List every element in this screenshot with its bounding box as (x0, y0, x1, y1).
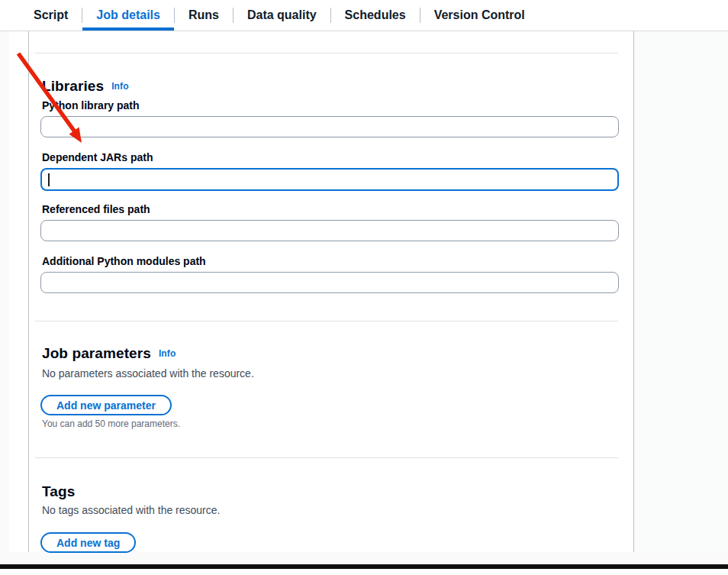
tab-schedules[interactable]: Schedules (331, 0, 420, 31)
page-bottom-strip (0, 552, 728, 564)
libraries-info-link[interactable]: Info (111, 81, 128, 92)
section-divider (35, 321, 618, 321)
referenced-files-path-label: Referenced files path (42, 203, 150, 215)
tags-title: Tags (42, 483, 75, 499)
job-parameters-title: Job parameters (42, 345, 151, 361)
referenced-files-path-input[interactable] (40, 220, 619, 241)
section-divider (35, 457, 618, 458)
tab-version-control[interactable]: Version Control (420, 0, 539, 31)
add-new-tag-button[interactable]: Add new tag (40, 532, 136, 553)
window-bottom-edge (0, 564, 728, 569)
dependent-jars-path-label: Dependent JARs path (42, 151, 153, 163)
tab-script[interactable]: Script (20, 0, 82, 31)
job-parameters-info-link[interactable]: Info (159, 348, 176, 359)
dependent-jars-path-input[interactable] (40, 168, 619, 191)
add-new-parameter-button[interactable]: Add new parameter (40, 395, 172, 415)
text-cursor (48, 173, 50, 186)
tab-runs[interactable]: Runs (175, 0, 233, 31)
scroll-gutter[interactable] (634, 31, 728, 552)
panel-border-right (633, 31, 634, 552)
libraries-title: Libraries (42, 78, 104, 94)
job-parameters-hint: You can add 50 more parameters. (42, 418, 180, 429)
page-gutter-left (0, 31, 9, 552)
job-parameters-empty-text: No parameters associated with the resour… (42, 367, 254, 380)
tab-data-quality[interactable]: Data quality (234, 0, 330, 31)
additional-python-modules-path-input[interactable] (40, 272, 619, 293)
tags-empty-text: No tags associated with the resource. (42, 504, 220, 516)
job-parameters-heading: Job parametersInfo (42, 345, 176, 362)
tab-bar: Script Job details Runs Data quality Sch… (0, 0, 728, 31)
panel-border-left (28, 31, 29, 552)
tags-heading: Tags (42, 483, 75, 500)
python-library-path-input[interactable] (40, 116, 619, 137)
tab-job-details[interactable]: Job details (82, 0, 174, 31)
additional-python-modules-path-label: Additional Python modules path (42, 255, 206, 267)
libraries-heading: LibrariesInfo (42, 78, 129, 95)
section-divider (35, 53, 618, 53)
python-library-path-label: Python library path (42, 99, 140, 111)
